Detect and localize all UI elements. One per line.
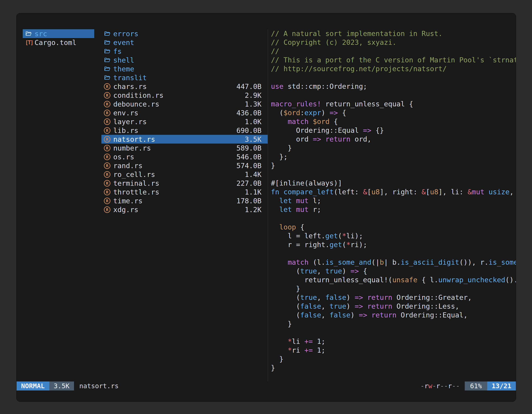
code-line: let mut r; [271, 205, 516, 214]
cursor-position-badge: 13/21 [487, 382, 516, 390]
folder-icon: R [T] [104, 66, 113, 72]
code-line: return_unless_equal!(unsafe { l.unwrap_u… [271, 276, 516, 284]
file-row[interactable]: R [T] lib.rs 690.0B [101, 126, 268, 135]
file-name-label: ro_cell.rs [113, 170, 243, 179]
rust-icon: R [T] [104, 189, 113, 195]
file-row[interactable]: R [T] debounce.rs 1.3K [101, 100, 268, 108]
file-size-label: 3.5K [245, 135, 262, 143]
code-line: ord => return ord, [271, 135, 516, 144]
code-line: // This is a port of the C version of Ma… [271, 56, 516, 64]
code-line: // Copyright (c) 2023, sxyazi. [271, 38, 516, 47]
status-filename: natsort.rs [79, 382, 119, 390]
file-row[interactable]: R [T] natsort.rs 3.5K [101, 135, 268, 144]
code-line: (false, false) => return Ordering::Equal… [271, 311, 516, 319]
file-row[interactable]: R [T] xdg.rs 1.2K [101, 205, 268, 214]
file-name-label: rand.rs [113, 162, 234, 170]
rust-icon: R [T] [104, 118, 113, 125]
code-line: } [271, 364, 516, 372]
code-line: fn compare_left(left: &[u8], right: &[u8… [271, 188, 516, 196]
code-line: // http://sourcefrog.net/projects/natsor… [271, 64, 516, 73]
parent-pane: R [T] src R [T] Car [23, 29, 94, 382]
file-row[interactable]: R [T] event [101, 38, 268, 47]
file-row[interactable]: R [T] terminal.rs 227.0B [101, 179, 268, 188]
panes-row: R [T] src R [T] Car [17, 29, 516, 382]
file-row[interactable]: R [T] env.rs 436.0B [101, 108, 268, 117]
rust-icon: R [T] [104, 83, 113, 90]
file-name-label: natsort.rs [113, 135, 243, 143]
file-row[interactable]: R [T] chars.rs 447.0B [101, 82, 268, 91]
file-name-label: Cargo.toml [35, 39, 86, 47]
code-line: match (l.is_some_and(|b| b.is_ascii_digi… [271, 258, 516, 267]
code-line: #[inline(always)] [271, 179, 516, 188]
code-line: (true, true) => { [271, 267, 516, 276]
folder-open-icon: R [T] [25, 30, 35, 37]
file-size-badge: 3.5K [49, 382, 74, 390]
file-row[interactable]: R [T] Cargo.toml [23, 38, 94, 47]
file-size-label: 2.9K [245, 91, 262, 99]
file-name-label: theme [113, 65, 259, 73]
code-line: } [271, 355, 516, 364]
file-size-label: 1.3K [245, 100, 262, 108]
file-row[interactable]: R [T] src [23, 29, 94, 38]
rust-icon: R [T] [104, 145, 113, 151]
file-row[interactable]: R [T] rand.rs 574.0B [101, 161, 268, 170]
code-line: match $ord { [271, 117, 516, 126]
file-row[interactable]: R [T] layer.rs 1.0K [101, 117, 268, 126]
file-row[interactable]: R [T] throttle.rs 1.1K [101, 188, 268, 196]
code-line: } [271, 144, 516, 152]
code-line [271, 170, 516, 179]
file-row[interactable]: R [T] time.rs 178.0B [101, 196, 268, 205]
code-line: } [271, 284, 516, 293]
file-name-label: event [113, 39, 259, 47]
file-row[interactable]: R [T] shell [101, 56, 268, 64]
file-row[interactable]: R [T] os.rs 546.0B [101, 152, 268, 161]
folder-icon: R [T] [104, 57, 113, 63]
preview-pane: // A natural sort implementation in Rust… [268, 29, 516, 382]
rust-icon: R [T] [104, 92, 113, 99]
file-size-label: 447.0B [236, 82, 262, 91]
rust-icon: R [T] [104, 206, 113, 213]
permissions: -rw-r--r-- [420, 382, 460, 390]
file-name-label: time.rs [113, 197, 234, 205]
file-size-label: 589.0B [236, 144, 262, 152]
file-row[interactable]: R [T] translit [101, 73, 268, 82]
file-size-label: 574.0B [236, 162, 262, 170]
file-row[interactable]: R [T] fs [101, 47, 268, 56]
file-row[interactable]: R [T] condition.rs 2.9K [101, 91, 268, 100]
file-size-label: 546.0B [236, 153, 262, 161]
current-pane: R [T] errors R [T] [101, 29, 268, 382]
file-row[interactable]: R [T] number.rs 589.0B [101, 144, 268, 152]
file-name-label: throttle.rs [113, 188, 243, 196]
file-name-label: terminal.rs [113, 179, 234, 187]
code-line: // [271, 47, 516, 56]
folder-icon: R [T] [104, 48, 113, 55]
file-name-label: condition.rs [113, 91, 243, 99]
code-line: macro_rules! return_unless_equal { [271, 100, 516, 108]
code-line: *li += 1; [271, 337, 516, 346]
rust-icon: R [T] [104, 154, 113, 160]
code-line: }; [271, 152, 516, 161]
code-line [271, 91, 516, 100]
code-line: *ri += 1; [271, 346, 516, 355]
folder-icon: R [T] [104, 75, 113, 81]
mode-badge: NORMAL [17, 382, 49, 390]
code-line [271, 249, 516, 258]
file-row[interactable]: R [T] theme [101, 64, 268, 73]
file-name-label: shell [113, 56, 259, 64]
rust-icon: R [T] [104, 198, 113, 204]
scroll-percent-badge: 61% [465, 382, 487, 390]
file-size-label: 1.4K [245, 170, 262, 179]
file-size-label: 1.0K [245, 118, 262, 126]
file-size-label: 178.0B [236, 197, 262, 205]
code-line: } [271, 319, 516, 328]
file-name-label: src [35, 30, 86, 38]
rust-icon: R [T] [104, 171, 113, 178]
file-name-label: env.rs [113, 109, 234, 117]
file-name-label: layer.rs [113, 118, 243, 126]
file-row[interactable]: R [T] errors [101, 29, 268, 38]
file-manager-window: R [T] src R [T] Car [16, 13, 516, 402]
rust-icon: R [T] [104, 163, 113, 169]
code-line: r = right.get(*ri); [271, 240, 516, 249]
file-row[interactable]: R [T] ro_cell.rs 1.4K [101, 170, 268, 179]
code-line: ($ord:expr) => { [271, 108, 516, 117]
